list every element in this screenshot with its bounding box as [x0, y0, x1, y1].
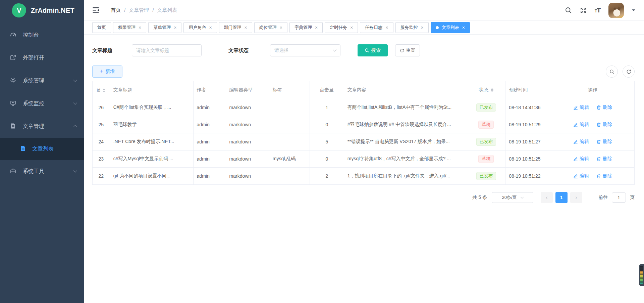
column-header[interactable]: 状态: [467, 81, 505, 99]
table-cell: [269, 168, 310, 185]
close-icon[interactable]: ×: [245, 25, 247, 30]
close-icon[interactable]: ×: [462, 25, 465, 30]
close-icon[interactable]: ×: [139, 25, 141, 30]
search-icon[interactable]: [565, 7, 572, 14]
table-cell: 26: [93, 99, 110, 116]
delete-link[interactable]: 删除: [596, 104, 612, 111]
sidebar-item[interactable]: 系统工具: [0, 160, 84, 183]
sidebar-item[interactable]: 系统管理: [0, 69, 84, 92]
floating-widget[interactable]: [639, 264, 644, 286]
table-cell: 1: [310, 99, 344, 116]
fullscreen-icon[interactable]: [580, 7, 587, 14]
external-link-icon: [10, 54, 17, 61]
status-filter-select[interactable]: 请选择: [270, 44, 340, 56]
sidebar-subitem[interactable]: 文章列表: [0, 138, 84, 160]
sidebar-item[interactable]: 外部打开: [0, 46, 84, 69]
table-cell: .NET Core 发布时提示.NET...: [110, 133, 193, 150]
tab-item[interactable]: 字典管理×: [289, 22, 323, 33]
delete-link[interactable]: 删除: [596, 122, 612, 128]
page-size-value: 20条/页: [502, 194, 517, 201]
sidebar-item[interactable]: 控制台: [0, 24, 84, 46]
edit-link[interactable]: 编辑: [573, 156, 589, 162]
active-dot-icon: [436, 26, 439, 29]
delete-link-label: 删除: [603, 139, 612, 145]
sort-desc-icon: [491, 90, 493, 92]
close-icon[interactable]: ×: [421, 25, 424, 30]
prev-page-button[interactable]: ‹: [541, 192, 553, 203]
table-cell: markdown: [226, 99, 269, 116]
close-icon[interactable]: ×: [280, 25, 282, 30]
gear-icon: [10, 77, 17, 84]
text-size-icon[interactable]: TT: [595, 7, 600, 14]
document-icon: [20, 145, 27, 152]
table-cell: 2: [310, 168, 344, 185]
page-unit-label: 页: [630, 194, 635, 201]
edit-link[interactable]: 编辑: [573, 122, 589, 128]
column-header: 作者: [193, 81, 226, 99]
add-button[interactable]: + 新增: [92, 66, 122, 78]
close-icon[interactable]: ×: [209, 25, 212, 30]
close-icon[interactable]: ×: [350, 25, 353, 30]
delete-link[interactable]: 删除: [596, 156, 612, 162]
table-cell: 草稿: [467, 150, 505, 168]
title-filter-input[interactable]: [132, 44, 202, 56]
tab-item[interactable]: 部门管理×: [219, 22, 252, 33]
edit-link[interactable]: 编辑: [573, 173, 589, 179]
close-icon[interactable]: ×: [385, 25, 388, 30]
delete-link[interactable]: 删除: [596, 139, 612, 145]
edit-link[interactable]: 编辑: [573, 139, 589, 145]
close-icon[interactable]: ×: [174, 25, 176, 30]
delete-link-label: 删除: [603, 156, 612, 162]
delete-link-label: 删除: [603, 122, 612, 128]
tab-item[interactable]: 服务监控×: [395, 22, 429, 33]
tab-active[interactable]: 文章列表×: [431, 22, 470, 33]
refresh-table-button[interactable]: [623, 66, 635, 78]
tab-item[interactable]: 菜单管理×: [148, 22, 181, 33]
table-cell: admin: [193, 99, 226, 116]
tab-item[interactable]: 权限管理×: [113, 22, 146, 33]
page-size-select[interactable]: 20条/页: [492, 192, 533, 203]
breadcrumb-separator: /: [152, 7, 154, 13]
tab-item[interactable]: 用户角色×: [183, 22, 217, 33]
sidebar-item[interactable]: 文章管理: [0, 115, 84, 138]
close-icon[interactable]: ×: [315, 25, 318, 30]
row-actions-cell: 编辑删除: [551, 116, 635, 133]
chevron-down-icon[interactable]: [632, 9, 635, 13]
column-header: 点击量: [310, 81, 344, 99]
chevron-down-icon: [73, 78, 77, 82]
tab-label: 任务日志: [365, 25, 382, 31]
goto-page-input[interactable]: [612, 192, 626, 203]
sort-desc-icon: [103, 91, 105, 92]
show-search-toggle-button[interactable]: [606, 66, 618, 78]
edit-link[interactable]: 编辑: [573, 104, 589, 111]
reset-button[interactable]: 重置: [395, 44, 420, 56]
status-badge: 草稿: [478, 155, 494, 163]
breadcrumb-item[interactable]: 首页: [111, 7, 121, 13]
user-avatar[interactable]: [608, 3, 624, 18]
page-content: 文章标题 文章状态 请选择 搜索: [84, 35, 644, 303]
table-row: 22git 为不同的项目设置不同...adminmarkdown21，找到项目所…: [93, 168, 635, 185]
delete-icon: [596, 105, 601, 110]
tab-label: 岗位管理: [259, 25, 277, 31]
column-header-label: 作者: [197, 87, 206, 92]
column-header[interactable]: id: [93, 81, 110, 99]
floating-widget-stripes-icon: [640, 266, 643, 284]
chevron-down-icon: [73, 169, 77, 172]
delete-link[interactable]: 删除: [596, 173, 612, 179]
search-button[interactable]: 搜索: [358, 44, 388, 56]
sidebar-item[interactable]: 系统监控: [0, 92, 84, 115]
sidebar-fold-icon[interactable]: [92, 7, 99, 13]
tab-item[interactable]: 岗位管理×: [254, 22, 287, 33]
table-cell: 1，找到项目所在目录下的 .git/文件夹，进入.git/...: [344, 168, 467, 185]
tab-item[interactable]: 首页: [92, 22, 111, 33]
status-badge: 已发布: [476, 103, 496, 112]
table-cell: 羽毛球教学: [110, 116, 193, 133]
next-page-button[interactable]: ›: [570, 192, 582, 203]
sort-caret-icon[interactable]: [103, 88, 105, 92]
sort-caret-icon[interactable]: [491, 88, 493, 92]
tab-item[interactable]: 定时任务×: [325, 22, 358, 33]
edit-icon: [573, 139, 578, 144]
reset-button-label: 重置: [406, 47, 416, 53]
page-number-button[interactable]: 1: [555, 192, 568, 203]
tab-item[interactable]: 任务日志×: [360, 22, 393, 33]
